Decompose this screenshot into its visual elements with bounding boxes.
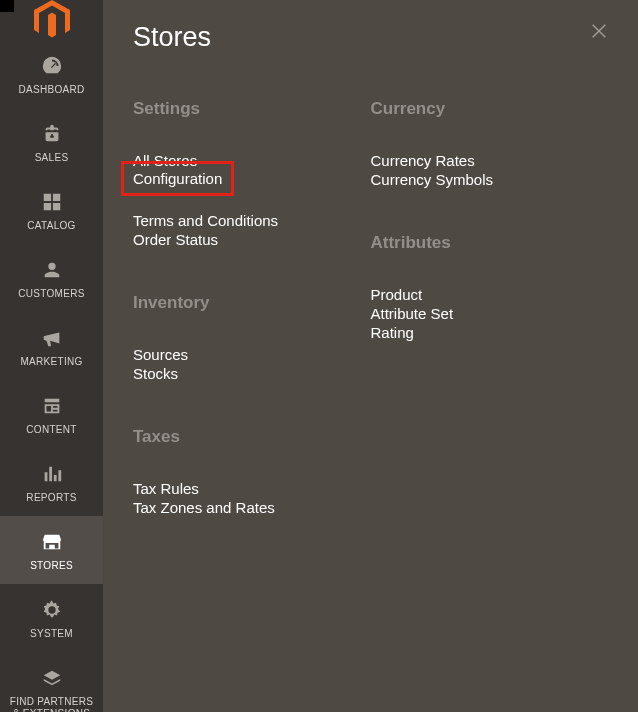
section-title: Currency — [371, 99, 585, 119]
sidebar-item-system[interactable]: SYSTEM — [0, 584, 103, 652]
sidebar-item-label: CATALOG — [27, 220, 75, 232]
section-title: Attributes — [371, 233, 585, 253]
link-rating[interactable]: Rating — [371, 323, 414, 342]
section-title: Settings — [133, 99, 347, 119]
section-title: Inventory — [133, 293, 347, 313]
sidebar-item-sales[interactable]: SALES — [0, 108, 103, 176]
catalog-icon — [41, 190, 63, 214]
flyout-left-column: Settings All Stores Configuration Terms … — [133, 99, 371, 561]
system-icon — [41, 598, 63, 622]
sidebar-item-marketing[interactable]: MARKETING — [0, 312, 103, 380]
partners-icon — [41, 666, 63, 690]
section-title: Taxes — [133, 427, 347, 447]
link-currency-rates[interactable]: Currency Rates — [371, 151, 475, 170]
sidebar-item-label: REPORTS — [26, 492, 76, 504]
link-stocks[interactable]: Stocks — [133, 364, 178, 383]
link-tax-rules[interactable]: Tax Rules — [133, 479, 199, 498]
top-black-sliver — [0, 0, 14, 12]
section-settings: Settings All Stores Configuration Terms … — [133, 99, 347, 249]
sidebar-item-label: CONTENT — [26, 424, 76, 436]
stores-icon — [41, 530, 63, 554]
sidebar-item-reports[interactable]: REPORTS — [0, 448, 103, 516]
section-attributes: Attributes Product Attribute Set Rating — [371, 233, 585, 342]
sidebar-item-customers[interactable]: CUSTOMERS — [0, 244, 103, 312]
link-terms-conditions[interactable]: Terms and Conditions — [133, 211, 278, 230]
section-taxes: Taxes Tax Rules Tax Zones and Rates — [133, 427, 347, 517]
sales-icon — [41, 122, 63, 146]
link-currency-symbols[interactable]: Currency Symbols — [371, 170, 494, 189]
close-icon — [590, 26, 608, 43]
section-currency: Currency Currency Rates Currency Symbols — [371, 99, 585, 189]
link-product[interactable]: Product — [371, 285, 423, 304]
dashboard-icon — [41, 54, 63, 78]
content-icon — [41, 394, 63, 418]
sidebar-item-dashboard[interactable]: DASHBOARD — [0, 40, 103, 108]
sidebar-item-label: CUSTOMERS — [18, 288, 84, 300]
link-attribute-set[interactable]: Attribute Set — [371, 304, 454, 323]
sidebar-item-label: STORES — [30, 560, 73, 572]
sidebar-item-label: SYSTEM — [30, 628, 73, 640]
link-sources[interactable]: Sources — [133, 345, 188, 364]
sidebar-item-find-partners[interactable]: FIND PARTNERS & EXTENSIONS — [0, 652, 103, 712]
sidebar-item-stores[interactable]: STORES — [0, 516, 103, 584]
magento-logo[interactable] — [0, 0, 103, 40]
section-inventory: Inventory Sources Stocks — [133, 293, 347, 383]
close-button[interactable] — [586, 18, 612, 48]
marketing-icon — [41, 326, 63, 350]
flyout-right-column: Currency Currency Rates Currency Symbols… — [371, 99, 609, 561]
flyout-title: Stores — [133, 22, 211, 53]
sidebar-item-catalog[interactable]: CATALOG — [0, 176, 103, 244]
link-order-status[interactable]: Order Status — [133, 230, 218, 249]
sidebar-item-label: FIND PARTNERS & EXTENSIONS — [10, 696, 94, 712]
reports-icon — [41, 462, 63, 486]
sidebar-item-label: DASHBOARD — [18, 84, 84, 96]
customers-icon — [41, 258, 63, 282]
sidebar-item-content[interactable]: CONTENT — [0, 380, 103, 448]
link-tax-zones[interactable]: Tax Zones and Rates — [133, 498, 275, 517]
sidebar-item-label: SALES — [35, 152, 69, 164]
link-configuration[interactable]: Configuration — [124, 164, 231, 193]
stores-flyout: Stores Settings All Stores Configuration… — [103, 0, 638, 712]
sidebar-item-label: MARKETING — [20, 356, 82, 368]
admin-sidebar: DASHBOARD SALES CATALOG CUSTOMERS MARKET… — [0, 0, 103, 712]
